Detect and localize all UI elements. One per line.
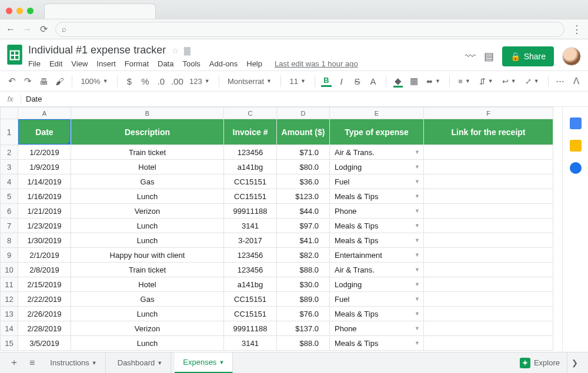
spreadsheet-grid[interactable]: A B C D E F 1 Date Description Invoice #… [0, 107, 562, 352]
cell-link[interactable] [424, 321, 553, 336]
comments-icon[interactable]: ▤ [484, 50, 494, 63]
formula-input[interactable]: Date [21, 95, 46, 103]
chevron-down-icon[interactable]: ▼ [415, 208, 420, 214]
merge-cells-button[interactable]: ⬌▼ [424, 77, 443, 86]
cell-type[interactable]: Phone▼ [330, 321, 424, 336]
cell-type[interactable]: Meals & Tips▼ [330, 307, 424, 321]
sheets-logo-icon[interactable] [6, 43, 24, 66]
print-icon[interactable]: 🖶 [38, 76, 49, 86]
chevron-down-icon[interactable]: ▼ [415, 311, 420, 317]
back-icon[interactable]: ← [6, 24, 15, 35]
cell-invoice[interactable]: 3141 [224, 219, 277, 233]
borders-button[interactable]: ▦ [408, 76, 420, 86]
cell-date[interactable]: 1/14/2019 [18, 174, 71, 189]
chevron-down-icon[interactable]: ▼ [415, 149, 420, 155]
vertical-align-button[interactable]: ⇵▼ [477, 77, 496, 86]
header-amount[interactable]: Amount ($) [277, 119, 330, 145]
add-sheet-icon[interactable]: ＋ [6, 357, 22, 369]
table-row[interactable]: 153/5/2019Lunch3141$88.0Meals & Tips▼ [1, 336, 553, 351]
cell-type[interactable]: Air & Trans.▼ [330, 145, 424, 160]
cell-description[interactable]: Verizon [71, 321, 224, 336]
undo-icon[interactable]: ↶ [6, 76, 18, 86]
col-header-e[interactable]: E [330, 107, 424, 119]
format-percent-icon[interactable]: % [139, 76, 151, 86]
header-link[interactable]: Link for the receipt [424, 119, 553, 145]
cell-description[interactable]: Lunch [71, 219, 224, 233]
cell-link[interactable] [424, 277, 553, 292]
format-currency-icon[interactable]: $ [123, 76, 135, 86]
table-row[interactable]: 102/8/2019Train ticket123456$88.0Air & T… [1, 263, 553, 277]
chevron-down-icon[interactable]: ▼ [415, 340, 420, 346]
cell-link[interactable] [424, 189, 553, 204]
all-sheets-icon[interactable]: ≡ [26, 358, 38, 368]
row-header[interactable]: 15 [1, 336, 18, 351]
cell-invoice[interactable]: 123456 [224, 263, 277, 277]
row-header[interactable]: 10 [1, 263, 18, 277]
cell-invoice[interactable]: 123456 [224, 248, 277, 263]
more-toolbar-icon[interactable]: ⋯ [554, 76, 566, 86]
cell-description[interactable]: Lunch [71, 233, 224, 248]
chevron-down-icon[interactable]: ▼ [415, 252, 420, 258]
chevron-down-icon[interactable]: ▼ [415, 164, 420, 170]
paint-format-icon[interactable]: 🖌 [54, 76, 65, 86]
row-header[interactable]: 5 [1, 189, 18, 204]
cell-amount[interactable]: $71.0 [277, 145, 330, 160]
row-header[interactable]: 6 [1, 204, 18, 219]
maximize-window-icon[interactable] [27, 8, 34, 14]
chevron-down-icon[interactable]: ▼ [415, 237, 420, 243]
explore-button[interactable]: ✦ Explore [520, 358, 563, 368]
cell-link[interactable] [424, 145, 553, 160]
cell-invoice[interactable]: 3-2017 [224, 233, 277, 248]
table-row[interactable]: 132/26/2019LunchCC15151$76.0Meals & Tips… [1, 307, 553, 321]
cell-link[interactable] [424, 219, 553, 233]
cell-amount[interactable]: $88.0 [277, 336, 330, 351]
cell-amount[interactable]: $44.0 [277, 204, 330, 219]
cell-amount[interactable]: $76.0 [277, 307, 330, 321]
cell-link[interactable] [424, 263, 553, 277]
redo-icon[interactable]: ↷ [22, 76, 34, 86]
activity-icon[interactable]: 〰 [465, 51, 476, 63]
cell-link[interactable] [424, 292, 553, 307]
col-header-d[interactable]: D [277, 107, 330, 119]
text-wrap-button[interactable]: ↩▼ [500, 77, 519, 86]
tab-expenses[interactable]: Expenses▼ [175, 352, 233, 373]
increase-decimal-icon[interactable]: .00 [171, 76, 183, 86]
collapse-toolbar-icon[interactable]: ᐱ [570, 76, 582, 86]
row-header[interactable]: 11 [1, 277, 18, 292]
side-panel-toggle-icon[interactable]: ❯ [567, 352, 582, 374]
cell-link[interactable] [424, 174, 553, 189]
cell-type[interactable]: Fuel▼ [330, 174, 424, 189]
header-invoice[interactable]: Invoice # [224, 119, 277, 145]
decrease-decimal-icon[interactable]: .0 [155, 76, 167, 86]
row-header[interactable]: 12 [1, 292, 18, 307]
cell-amount[interactable]: $88.0 [277, 263, 330, 277]
folder-icon[interactable]: ▇ [184, 46, 191, 55]
cell-description[interactable]: Hotel [71, 277, 224, 292]
menu-tools[interactable]: Tools [182, 59, 200, 68]
zoom-select[interactable]: 100%▼ [78, 77, 110, 86]
cell-link[interactable] [424, 233, 553, 248]
browser-tab[interactable] [44, 4, 156, 19]
chevron-down-icon[interactable]: ▼ [415, 281, 420, 287]
cell-amount[interactable]: $97.0 [277, 219, 330, 233]
cell-description[interactable]: Happy hour with client [71, 248, 224, 263]
cell-type[interactable]: Meals & Tips▼ [330, 336, 424, 351]
calendar-addon-icon[interactable] [570, 117, 582, 129]
cell-date[interactable]: 2/22/2019 [18, 292, 71, 307]
cell-date[interactable]: 2/28/2019 [18, 321, 71, 336]
cell-invoice[interactable]: CC15151 [224, 189, 277, 204]
text-rotation-button[interactable]: ⤢▼ [523, 77, 542, 86]
menu-help[interactable]: Help [246, 59, 262, 68]
col-header-f[interactable]: F [424, 107, 553, 119]
cell-date[interactable]: 1/2/2019 [18, 145, 71, 160]
cell-date[interactable]: 1/21/2019 [18, 204, 71, 219]
star-icon[interactable]: ☆ [172, 46, 179, 55]
cell-date[interactable]: 1/16/2019 [18, 189, 71, 204]
tab-instructions[interactable]: Instructions▼ [42, 352, 105, 374]
browser-menu-icon[interactable]: ⋮ [572, 23, 582, 36]
cell-invoice[interactable]: 3141 [224, 336, 277, 351]
table-row[interactable]: 81/30/2019Lunch3-2017$41.0Meals & Tips▼ [1, 233, 553, 248]
cell-date[interactable]: 1/9/2019 [18, 160, 71, 174]
cell-link[interactable] [424, 204, 553, 219]
row-header[interactable]: 9 [1, 248, 18, 263]
